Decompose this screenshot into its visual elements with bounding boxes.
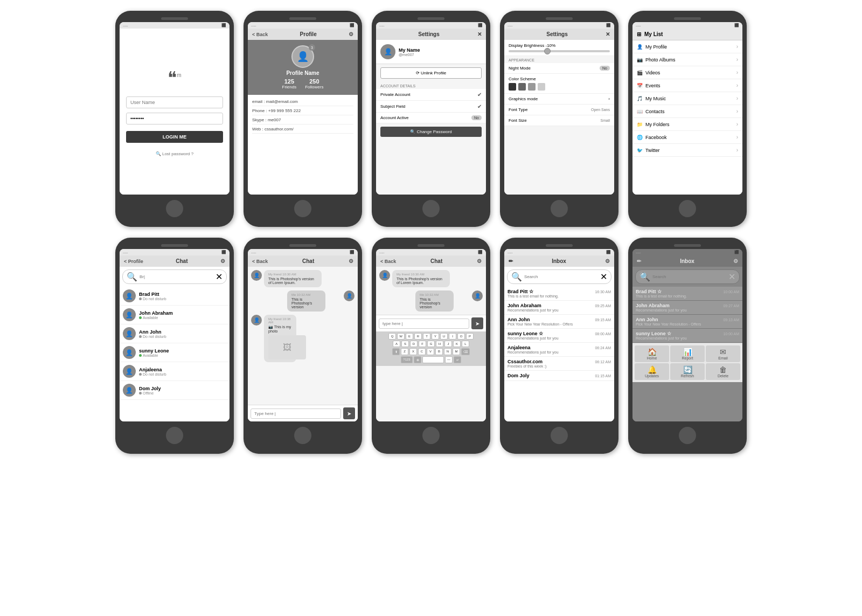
key-x[interactable]: X bbox=[409, 348, 417, 355]
nav-delete[interactable]: 🗑 Delete bbox=[706, 363, 740, 380]
account-active-toggle[interactable]: No bbox=[471, 115, 482, 120]
key-backspace[interactable]: ⌫ bbox=[461, 348, 470, 355]
key-enter[interactable]: ↵ bbox=[454, 356, 461, 363]
list-item[interactable]: 🌐Facebook › bbox=[632, 131, 742, 144]
home-button[interactable] bbox=[551, 427, 568, 444]
home-button[interactable] bbox=[166, 427, 183, 444]
chat-item-anjaleena[interactable]: 👤 Anjaleena Do not disturb bbox=[120, 362, 230, 381]
swatch-3[interactable] bbox=[528, 83, 536, 91]
close-icon[interactable]: ✕ bbox=[606, 31, 610, 37]
list-item[interactable]: 🎬Videos › bbox=[632, 66, 742, 79]
search-input[interactable] bbox=[524, 274, 598, 279]
gear-icon[interactable]: ⚙ bbox=[477, 258, 482, 264]
key-t[interactable]: T bbox=[423, 333, 430, 340]
inbox-item-sunny[interactable]: sunny Leone ☆10:00 AM Recommendations ju… bbox=[632, 329, 742, 343]
subject-field-checkbox[interactable]: ✔ bbox=[477, 103, 482, 109]
key-s[interactable]: S bbox=[401, 341, 409, 347]
key-w[interactable]: W bbox=[397, 333, 405, 340]
chat-item-dom[interactable]: 👤 Dom Joly Offline bbox=[120, 381, 230, 400]
list-item[interactable]: 📅Events › bbox=[632, 79, 742, 92]
key-d[interactable]: D bbox=[410, 341, 418, 347]
home-button[interactable] bbox=[422, 427, 440, 444]
chat-item-ann[interactable]: 👤 Ann John Do not disturb bbox=[120, 324, 230, 343]
key-shift[interactable]: ⬆ bbox=[392, 348, 400, 355]
key-k[interactable]: K bbox=[453, 341, 461, 347]
key-p[interactable]: P bbox=[466, 333, 474, 340]
inbox-item-brad[interactable]: Brad Pitt ☆ 16:30 AM This is a test emai… bbox=[504, 287, 614, 301]
key-y[interactable]: Y bbox=[432, 333, 439, 340]
gear-icon[interactable]: ⚙ bbox=[605, 258, 610, 264]
back-button[interactable]: < Back bbox=[252, 32, 268, 37]
swatch-4[interactable] bbox=[538, 83, 545, 91]
swatch-1[interactable] bbox=[509, 83, 516, 91]
clear-icon[interactable]: ✕ bbox=[215, 272, 223, 282]
swatch-2[interactable] bbox=[518, 83, 526, 91]
password-input[interactable] bbox=[126, 113, 223, 124]
night-mode-toggle[interactable]: No bbox=[600, 66, 610, 71]
key-f[interactable]: F bbox=[419, 341, 426, 347]
back-button[interactable]: < Profile bbox=[124, 259, 143, 264]
key-o[interactable]: O bbox=[457, 333, 465, 340]
key-g[interactable]: G bbox=[427, 341, 435, 347]
key-space[interactable] bbox=[422, 356, 444, 363]
inbox-item-ann[interactable]: Ann John09:15 AM Pick Your New Year Reso… bbox=[504, 315, 614, 329]
message-input[interactable] bbox=[251, 409, 341, 419]
list-item[interactable]: 👤My Profile › bbox=[632, 40, 742, 53]
username-input[interactable] bbox=[126, 96, 223, 108]
edit-icon[interactable]: ✏ bbox=[637, 258, 641, 264]
key-r[interactable]: R bbox=[414, 333, 422, 340]
gear-icon[interactable]: ⚙ bbox=[349, 258, 353, 264]
key-l[interactable]: L bbox=[462, 341, 469, 347]
list-item[interactable]: 🎵My Music › bbox=[632, 92, 742, 105]
change-password-button[interactable]: 🔍 Change Password bbox=[380, 127, 482, 137]
inbox-item-john[interactable]: John Abraham09:27 AM Recommendations jus… bbox=[632, 301, 742, 315]
key-i[interactable]: I bbox=[449, 333, 456, 340]
gear-icon[interactable]: ⚙ bbox=[220, 258, 225, 264]
key-m[interactable]: M bbox=[453, 348, 460, 355]
key-emoji[interactable]: ⊕ bbox=[414, 356, 421, 363]
inbox-item-brad[interactable]: Brad Pitt ☆10:00 AM This is a test email… bbox=[632, 287, 742, 301]
inbox-item-anjaleena[interactable]: Anjaleena06:24 AM Recommendations just f… bbox=[504, 343, 614, 357]
key-b[interactable]: B bbox=[435, 348, 443, 355]
inbox-item-ann[interactable]: Ann John09:13 AM Pick Your New Year Reso… bbox=[632, 315, 742, 329]
login-button[interactable]: LOGIN ME bbox=[126, 131, 223, 143]
list-item[interactable]: 📖Contacts › bbox=[632, 105, 742, 118]
nav-home[interactable]: 🏠 Home bbox=[635, 345, 669, 362]
key-dash[interactable]: — bbox=[445, 356, 453, 363]
home-button[interactable] bbox=[679, 427, 696, 444]
private-account-checkbox[interactable]: ✔ bbox=[477, 92, 482, 98]
key-v[interactable]: V bbox=[427, 348, 434, 355]
edit-icon[interactable]: ✏ bbox=[509, 258, 513, 264]
brightness-slider[interactable] bbox=[509, 50, 610, 52]
clear-icon[interactable]: ✕ bbox=[600, 272, 607, 282]
send-button[interactable]: ➤ bbox=[471, 317, 483, 329]
brightness-thumb[interactable] bbox=[544, 48, 551, 54]
home-button[interactable] bbox=[294, 427, 311, 444]
inbox-item-cssauthor[interactable]: Cssauthor.com06:12 AM Freebies of this w… bbox=[504, 357, 614, 371]
nav-refresh[interactable]: 🔄 Refresh bbox=[670, 363, 705, 380]
inbox-item-dom[interactable]: Dom Joly01:15 AM bbox=[504, 371, 614, 381]
key-z[interactable]: Z bbox=[401, 348, 408, 355]
gear-icon[interactable]: ⚙ bbox=[733, 258, 738, 264]
nav-email[interactable]: ✉ Email bbox=[706, 345, 740, 362]
key-e[interactable]: E bbox=[406, 333, 413, 340]
chevron-right-icon[interactable]: › bbox=[608, 96, 610, 101]
key-h[interactable]: H bbox=[436, 341, 443, 347]
list-item[interactable]: 🐦Twitter › bbox=[632, 144, 742, 157]
chat-item-john[interactable]: 👤 John Abraham Available bbox=[120, 306, 230, 324]
key-a[interactable]: A bbox=[393, 341, 400, 347]
search-input[interactable] bbox=[140, 274, 213, 279]
clear-icon[interactable]: ✕ bbox=[728, 272, 735, 282]
inbox-item-john[interactable]: John Abraham09:25 AM Recommendations jus… bbox=[504, 301, 614, 315]
nav-report[interactable]: 📊 Report bbox=[670, 345, 705, 362]
home-button[interactable] bbox=[422, 200, 440, 217]
back-button[interactable]: < Back bbox=[252, 259, 268, 264]
unlink-button[interactable]: ⟳ Unlink Profile bbox=[380, 67, 482, 79]
list-item[interactable]: 📁My Folders › bbox=[632, 118, 742, 131]
nav-updates[interactable]: 🔔 Updates bbox=[635, 363, 669, 380]
message-input[interactable] bbox=[379, 319, 469, 329]
key-c[interactable]: C bbox=[418, 348, 426, 355]
inbox-item-sunny[interactable]: sunny Leone ☆08:00 AM Recommendations ju… bbox=[504, 329, 614, 343]
lost-password[interactable]: 🔍 Lost password ? bbox=[156, 151, 193, 156]
chat-item-brad[interactable]: 👤 Brad Pitt Do not disturb bbox=[120, 287, 230, 306]
